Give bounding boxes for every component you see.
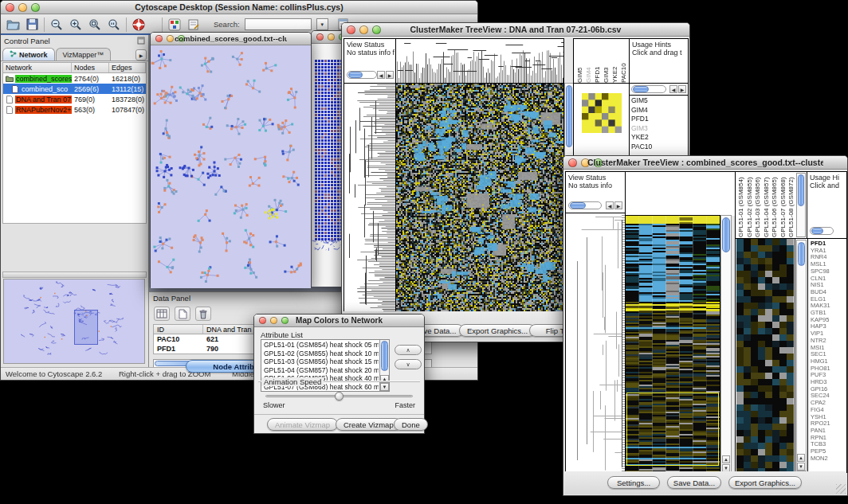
treeview-combined-titlebar[interactable]: ClusterMaker TreeView : combined_scores_… — [563, 156, 847, 170]
export-graphics-button[interactable]: Export Graphics... — [459, 324, 536, 337]
network-overview-panel[interactable] — [3, 279, 145, 364]
array-labels-panel[interactable]: GIM5GIM4PFD1GIM3YKE2PAC10 — [573, 38, 630, 84]
network-row[interactable]: DNA and Tran 07 769(0) 183728(0) — [3, 94, 146, 104]
resize-grip[interactable] — [836, 484, 846, 494]
column-dendrogram-panel[interactable] — [395, 38, 564, 84]
zoom-heatmap-canvas[interactable] — [736, 239, 794, 472]
done-button[interactable]: Done — [394, 418, 428, 431]
scroll-right-icon[interactable]: ▶ — [678, 85, 686, 93]
minimize-icon[interactable] — [328, 33, 335, 41]
open-session-icon[interactable] — [6, 18, 20, 32]
scroll-left-icon[interactable]: ◀ — [377, 71, 385, 79]
scroll-down-icon[interactable]: ▼ — [797, 463, 805, 471]
tab-network[interactable]: Network — [2, 48, 55, 61]
attribute-item[interactable]: GPL51-03 (GSM856) heat shock 15 min — [262, 357, 379, 366]
gene-dendrogram-panel[interactable] — [565, 213, 626, 473]
vscroll-thumb[interactable] — [566, 85, 572, 147]
array-label[interactable]: GPL51-07 (GSM868) — [779, 173, 788, 237]
attribute-item[interactable]: GPL51-02 (GSM855) heat shock 10 min — [262, 350, 379, 358]
labels-hscrollbar[interactable] — [631, 85, 666, 93]
array-label[interactable]: GPL51-04 (GSM857) — [763, 173, 771, 237]
gene-label[interactable]: YKE2 — [630, 133, 688, 143]
scroll-thumb[interactable] — [570, 202, 586, 209]
overview-viewport-rect[interactable] — [74, 310, 98, 345]
gene-label[interactable]: GIM3 — [630, 124, 688, 134]
settings-button[interactable]: Settings... — [607, 476, 660, 489]
scroll-left-icon[interactable]: ◀ — [606, 201, 614, 209]
zoom-in-icon[interactable] — [69, 18, 83, 32]
view-status-scrollbar[interactable] — [347, 71, 377, 79]
search-input[interactable] — [245, 18, 312, 30]
network-row[interactable]: combined_scores_ 2764(0) 16218(0) — [3, 73, 146, 84]
vscroll-thumb[interactable] — [722, 217, 730, 252]
gene-label[interactable]: PAC10 — [630, 143, 688, 152]
zoom-fit-icon[interactable] — [88, 18, 102, 32]
array-label[interactable]: GIM4 — [585, 39, 594, 83]
close-icon[interactable] — [6, 3, 14, 12]
scroll-up-icon[interactable]: ▲ — [797, 454, 805, 462]
heatmap-vscrollbar[interactable]: ▲ ▼ — [720, 215, 732, 473]
array-label[interactable]: GPL51-03 (GSM856) — [754, 173, 763, 237]
minimize-icon[interactable] — [167, 35, 174, 42]
array-label[interactable]: GPL51-08 (GSM872) — [787, 173, 796, 237]
array-label[interactable]: GIM5 — [576, 39, 585, 83]
tab-vizmapper[interactable]: VizMapper™ — [56, 48, 112, 61]
save-session-icon[interactable] — [25, 18, 39, 32]
close-icon[interactable] — [316, 33, 324, 41]
create-vizmap-button[interactable]: Create Vizmap — [336, 418, 402, 431]
global-heatmap-panel[interactable] — [395, 83, 564, 313]
close-icon[interactable] — [259, 317, 266, 324]
column-dendrogram-canvas[interactable] — [396, 39, 563, 83]
scroll-thumb[interactable] — [633, 86, 649, 92]
cytoscape-titlebar[interactable]: Cytoscape Desktop (Session Name: collins… — [1, 1, 477, 14]
treeview-dna-titlebar[interactable]: ClusterMaker TreeView : DNA and Tran 07-… — [342, 23, 689, 37]
panel-splitter[interactable] — [2, 272, 147, 278]
global-heatmap-panel[interactable] — [625, 215, 720, 473]
scroll-thumb[interactable] — [348, 72, 363, 78]
global-heatmap-canvas[interactable] — [396, 84, 563, 312]
animation-speed-thumb[interactable] — [335, 392, 344, 400]
gene-label[interactable]: GIM4 — [630, 106, 688, 115]
gene-dendrogram-panel[interactable] — [344, 83, 396, 313]
gene-label[interactable]: GIM5 — [630, 96, 688, 106]
annotation-icon[interactable] — [186, 18, 201, 32]
array-label[interactable]: GPL51-06 (GSM865) — [771, 173, 779, 237]
scroll-left-icon[interactable]: ◀ — [669, 85, 677, 93]
search-dropdown-button[interactable]: ▼ — [316, 18, 328, 30]
delete-attribute-icon[interactable] — [195, 307, 211, 321]
gene-dendrogram-canvas[interactable] — [344, 84, 395, 312]
tab-overflow-button[interactable]: ▶ — [135, 49, 147, 61]
view-status-scrollbar[interactable] — [568, 201, 602, 209]
gene-label[interactable]: PFD1 — [630, 115, 688, 124]
close-icon[interactable] — [155, 35, 163, 42]
minimize-icon[interactable] — [270, 317, 277, 324]
array-label[interactable]: GPL51-02 (GSM855) — [746, 173, 755, 237]
gene-label[interactable]: MON2 — [809, 455, 846, 463]
vizmapper-icon[interactable] — [167, 18, 182, 32]
array-label[interactable]: GPL51-01 (GSM854) — [737, 173, 746, 237]
export-graphics-button[interactable]: Export Graphics... — [728, 476, 802, 489]
attribute-item[interactable]: GPL51-04 (GSM857) heat shock 20 min — [262, 366, 379, 375]
network-canvas[interactable] — [151, 45, 311, 288]
close-icon[interactable] — [347, 25, 355, 34]
usage-scrollbar[interactable] — [810, 227, 834, 235]
attribute-item[interactable]: GPL51-01 (GSM854) heat shock 05 min — [262, 341, 379, 350]
scroll-thumb[interactable] — [811, 228, 823, 234]
network-row-selected[interactable]: combined_sco 2569(6) 13112(15) — [3, 84, 146, 94]
move-down-button[interactable]: ∨ — [395, 359, 422, 369]
vscroll-thumb[interactable] — [381, 341, 388, 371]
network-list-header[interactable]: Network Nodes Edges — [3, 63, 146, 73]
zoom-heatmap-canvas[interactable] — [582, 93, 622, 133]
labels-vscrollbar[interactable] — [796, 173, 806, 237]
network-view-titlebar[interactable]: combined_scores_good.txt--cluste... — [151, 33, 311, 45]
vscroll-thumb[interactable] — [798, 242, 805, 266]
save-data-button[interactable]: Save Data... — [667, 476, 721, 489]
animate-vizmap-button[interactable]: Animate Vizmap — [267, 418, 338, 431]
array-label[interactable]: YKE2 — [611, 39, 620, 83]
array-label[interactable]: PAC10 — [620, 39, 629, 83]
help-lifesaver-icon[interactable] — [132, 18, 146, 32]
vscroll-thumb[interactable] — [798, 174, 804, 206]
move-up-button[interactable]: ∧ — [395, 345, 422, 355]
dialog-titlebar[interactable]: Map Colors to Network — [254, 315, 424, 327]
select-attributes-icon[interactable] — [154, 307, 170, 321]
